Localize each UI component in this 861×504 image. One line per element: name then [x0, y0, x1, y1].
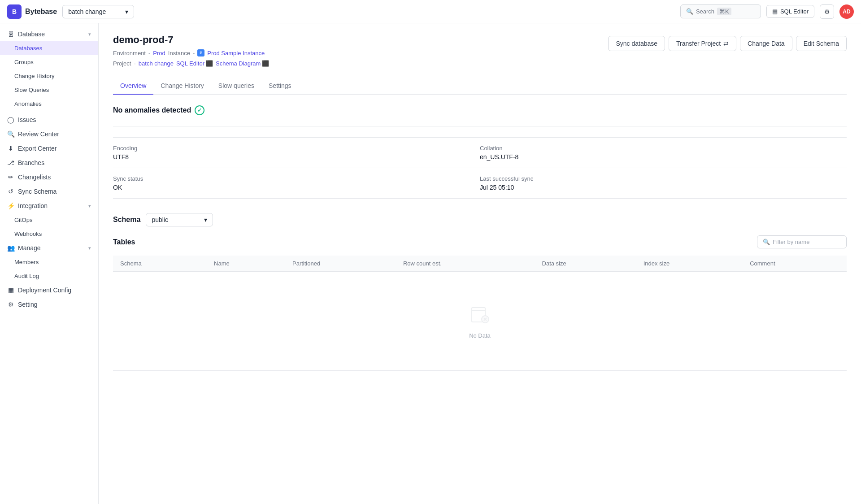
page-header: demo-prod-7 Environment - Prod Instance …: [113, 34, 847, 74]
sidebar-item-anomalies[interactable]: Anomalies: [0, 97, 98, 111]
search-label: Search: [696, 8, 714, 15]
transfer-project-label: Transfer Project: [676, 40, 721, 47]
page-title: demo-prod-7: [113, 34, 269, 46]
settings-button[interactable]: ⚙: [820, 4, 834, 19]
sidebar-item-issues-label: Issues: [18, 116, 91, 123]
anomalies-banner: No anomalies detected ✓: [113, 105, 847, 115]
filter-input[interactable]: 🔍 Filter by name: [757, 235, 847, 248]
content-inner: demo-prod-7 Environment - Prod Instance …: [99, 23, 861, 382]
tab-settings[interactable]: Settings: [261, 78, 299, 95]
sidebar-item-gitops[interactable]: GitOps: [0, 213, 98, 227]
sql-editor-button[interactable]: ▤ SQL Editor: [766, 5, 814, 18]
sidebar-item-slow-queries[interactable]: Slow Queries: [0, 83, 98, 97]
sidebar-item-sync-schema[interactable]: ↺ Sync Schema: [0, 184, 98, 199]
search-bar[interactable]: 🔍 Search ⌘K: [680, 4, 761, 18]
sidebar-item-database-label: Database: [18, 30, 85, 38]
sidebar-item-changelists-label: Changelists: [18, 174, 91, 181]
tables-header: Tables 🔍 Filter by name: [113, 235, 847, 248]
breadcrumb-sql-editor[interactable]: SQL Editor ⬛: [176, 60, 213, 67]
chevron-down-icon: ▾: [204, 216, 207, 223]
sidebar-item-review-center-label: Review Center: [18, 130, 91, 138]
breadcrumb: Environment - Prod Instance - P Prod Sam…: [113, 49, 269, 56]
last-sync-cell: Last successful sync Jul 25 05:10: [480, 168, 847, 199]
sidebar-item-change-history-label: Change History: [14, 73, 91, 79]
sidebar-item-anomalies-label: Anomalies: [14, 100, 91, 107]
sidebar-item-export-center[interactable]: ⬇ Export Center: [0, 141, 98, 156]
chevron-icon: ▾: [88, 245, 91, 251]
filter-placeholder: Filter by name: [773, 239, 809, 245]
breadcrumb-instance-value[interactable]: Prod Sample Instance: [207, 50, 265, 56]
breadcrumb-schema-diagram[interactable]: Schema Diagram ⬛: [216, 60, 269, 67]
search-shortcut: ⌘K: [717, 8, 731, 15]
integration-icon: ⚡: [7, 202, 14, 209]
page-title-area: demo-prod-7 Environment - Prod Instance …: [113, 34, 269, 74]
sidebar-item-change-history[interactable]: Change History: [0, 69, 98, 83]
export-icon: ⬇: [7, 145, 14, 152]
setting-icon: ⚙: [7, 301, 14, 308]
col-data-size: Data size: [535, 256, 636, 272]
tab-overview[interactable]: Overview: [113, 78, 153, 95]
divider: [113, 126, 847, 126]
sidebar-item-manage[interactable]: 👥 Manage ▾: [0, 241, 98, 255]
external-link-icon: ⬛: [206, 60, 213, 67]
tables-table: Schema Name Partitioned Row count est. D…: [113, 256, 847, 371]
sidebar-item-webhooks[interactable]: Webhooks: [0, 227, 98, 241]
sidebar-item-audit-log[interactable]: Audit Log: [0, 269, 98, 283]
sidebar-item-members[interactable]: Members: [0, 255, 98, 269]
issues-icon: ◯: [7, 116, 14, 123]
edit-schema-button[interactable]: Edit Schema: [796, 36, 847, 51]
sidebar-item-databases-label: Databases: [14, 45, 91, 52]
breadcrumb-environment-value[interactable]: Prod: [153, 50, 165, 56]
sidebar-item-setting-label: Setting: [18, 301, 91, 308]
tab-change-history[interactable]: Change History: [153, 78, 211, 95]
branch-icon: ⎇: [7, 159, 14, 166]
search-icon: 🔍: [686, 8, 693, 15]
sync-status-value: OK: [113, 184, 480, 191]
change-data-button[interactable]: Change Data: [740, 36, 792, 51]
sidebar-item-audit-log-label: Audit Log: [14, 273, 91, 279]
col-row-count: Row count est.: [396, 256, 535, 272]
project-selector[interactable]: batch change ▾: [62, 5, 134, 18]
schema-select[interactable]: public ▾: [146, 213, 213, 226]
anomaly-text: No anomalies detected: [113, 106, 191, 114]
sidebar-item-changelists[interactable]: ✏ Changelists: [0, 170, 98, 184]
sidebar-item-setting[interactable]: ⚙ Setting: [0, 297, 98, 312]
project-selector-label: batch change: [68, 8, 106, 15]
sidebar-item-slow-queries-label: Slow Queries: [14, 87, 91, 93]
info-grid: Encoding UTF8 Collation en_US.UTF-8 Sync…: [113, 137, 847, 199]
schema-label: Schema: [113, 216, 140, 224]
sidebar-item-members-label: Members: [14, 259, 91, 265]
sidebar-item-export-center-label: Export Center: [18, 145, 91, 152]
breadcrumb-second-row: Project - batch change SQL Editor ⬛ Sche…: [113, 60, 269, 67]
sidebar-item-webhooks-label: Webhooks: [14, 230, 91, 237]
no-data-text: No Data: [469, 332, 491, 339]
logo[interactable]: B Bytebase: [7, 4, 57, 19]
transfer-project-button[interactable]: Transfer Project ⇄: [669, 36, 736, 51]
sidebar-item-groups[interactable]: Groups: [0, 55, 98, 69]
sidebar-item-database[interactable]: 🗄 Database ▾: [0, 27, 98, 41]
table-body: No Data: [113, 272, 847, 371]
collation-label: Collation: [480, 145, 847, 152]
last-sync-label: Last successful sync: [480, 175, 847, 182]
sidebar-item-review-center[interactable]: 🔍 Review Center: [0, 127, 98, 141]
tab-slow-queries[interactable]: Slow queries: [211, 78, 261, 95]
manage-icon: 👥: [7, 244, 14, 252]
sidebar-item-gitops-label: GitOps: [14, 217, 91, 223]
table-header: Schema Name Partitioned Row count est. D…: [113, 256, 847, 272]
database-icon: 🗄: [7, 30, 14, 38]
sidebar-item-deployment-config[interactable]: ▦ Deployment Config: [0, 283, 98, 297]
sync-database-button[interactable]: Sync database: [608, 36, 665, 51]
breadcrumb-project-value[interactable]: batch change: [139, 60, 174, 67]
deployment-icon: ▦: [7, 287, 14, 294]
sidebar-item-databases[interactable]: Databases: [0, 41, 98, 55]
logo-text: Bytebase: [25, 8, 57, 16]
sidebar-item-issues[interactable]: ◯ Issues: [0, 113, 98, 127]
no-data-cell: No Data: [113, 272, 847, 371]
sidebar-item-integration-label: Integration: [18, 202, 85, 209]
sync-status-cell: Sync status OK: [113, 168, 480, 199]
change-data-label: Change Data: [748, 40, 785, 47]
sidebar-item-integration[interactable]: ⚡ Integration ▾: [0, 199, 98, 213]
sidebar-item-branches[interactable]: ⎇ Branches: [0, 156, 98, 170]
avatar[interactable]: AD: [839, 4, 854, 19]
breadcrumb-instance-label: Instance: [168, 50, 190, 56]
